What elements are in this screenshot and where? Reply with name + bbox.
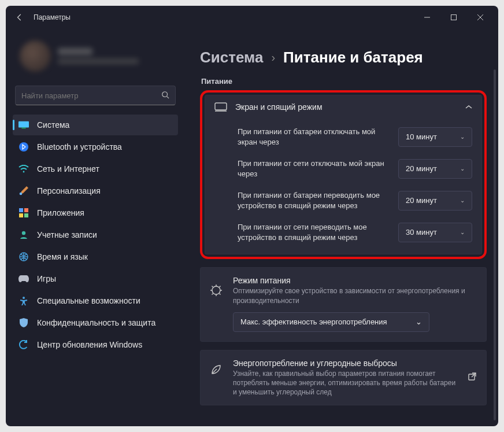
minimize-button[interactable] xyxy=(414,8,440,27)
update-icon xyxy=(18,339,29,350)
setting-label: При питании от батареи переводить мое ус… xyxy=(238,190,389,211)
accessibility-icon xyxy=(18,296,29,306)
breadcrumb-current: Питание и батарея xyxy=(283,49,423,67)
nav-item-system[interactable]: Система xyxy=(13,115,178,135)
nav-label: Персонализация xyxy=(37,186,101,195)
maximize-button[interactable] xyxy=(440,8,467,27)
search-input[interactable] xyxy=(21,91,161,100)
setting-row: При питании от батареи переводить мое ус… xyxy=(238,184,472,216)
close-button[interactable] xyxy=(467,8,494,27)
svg-rect-7 xyxy=(21,128,25,129)
nav-label: Игры xyxy=(37,274,56,283)
open-link-icon[interactable] xyxy=(468,372,477,383)
setting-label: При питании от сети переводить мое устро… xyxy=(238,222,389,242)
nav-item-accessibility[interactable]: Специальные возможности xyxy=(13,290,178,311)
nav-item-network[interactable]: Сеть и Интернет xyxy=(13,158,178,179)
nav-label: Время и язык xyxy=(37,252,88,261)
search-box[interactable] xyxy=(15,86,176,105)
svg-rect-11 xyxy=(19,208,23,212)
nav-label: Специальные возможности xyxy=(37,296,140,305)
setting-row: При питании от сети отключать мой экран … xyxy=(238,153,472,184)
svg-point-15 xyxy=(22,231,25,235)
profile-block[interactable] xyxy=(13,29,178,83)
svg-rect-14 xyxy=(24,213,28,217)
screen-icon xyxy=(214,102,226,112)
select-value: 10 минут xyxy=(406,132,437,141)
svg-point-9 xyxy=(23,171,25,173)
screen-sleep-card: Экран и спящий режим При питании от бата… xyxy=(205,95,482,254)
nav-label: Bluetooth и устройства xyxy=(37,142,122,152)
power-mode-desc: Оптимизируйте свое устройство в зависимо… xyxy=(233,286,477,305)
svg-rect-6 xyxy=(18,121,29,128)
svg-rect-1 xyxy=(451,15,457,20)
brush-icon xyxy=(18,186,29,196)
setting-row: При питании от сети переводить мое устро… xyxy=(238,216,472,248)
chevron-down-icon: ⌄ xyxy=(460,229,465,235)
nav-item-time[interactable]: Время и язык xyxy=(13,246,178,267)
nav-item-update[interactable]: Центр обновления Windows xyxy=(13,334,178,355)
select-value: Макс. эффективность энергопотребления xyxy=(240,317,387,326)
chevron-down-icon: ⌄ xyxy=(460,197,465,204)
chevron-up-icon xyxy=(465,103,472,111)
nav-item-personalization[interactable]: Персонализация xyxy=(13,180,178,201)
chevron-down-icon: ⌄ xyxy=(416,317,422,326)
svg-line-5 xyxy=(167,96,169,98)
globe-clock-icon xyxy=(18,252,29,262)
nav-item-apps[interactable]: Приложения xyxy=(13,202,178,223)
nav-label: Сеть и Интернет xyxy=(37,164,99,173)
svg-point-4 xyxy=(162,91,168,97)
chevron-down-icon: ⌄ xyxy=(460,165,465,172)
avatar xyxy=(20,40,51,72)
select-value: 20 минут xyxy=(406,196,437,205)
breadcrumb-parent[interactable]: Система xyxy=(200,49,263,67)
gamepad-icon xyxy=(18,274,29,284)
titlebar: Параметры xyxy=(6,6,498,29)
select-value: 20 минут xyxy=(406,164,437,173)
svg-rect-18 xyxy=(215,103,227,110)
settings-window: Параметры Система xyxy=(6,6,498,426)
setting-label: При питании от сети отключать мой экран … xyxy=(238,158,389,179)
highlight-annotation: Экран и спящий режим При питании от бата… xyxy=(200,90,487,259)
back-button[interactable] xyxy=(10,8,29,27)
nav-item-accounts[interactable]: Учетные записи xyxy=(13,224,178,245)
svg-point-8 xyxy=(19,142,28,152)
energy-title: Энергопотребление и углеродные выбросы xyxy=(233,359,458,368)
nav-item-games[interactable]: Игры xyxy=(13,268,178,289)
sleep-plugged-select[interactable]: 30 минут ⌄ xyxy=(398,223,472,242)
chevron-down-icon: ⌄ xyxy=(460,134,465,140)
svg-rect-12 xyxy=(24,208,28,212)
nav-list: Система Bluetooth и устройства Сеть и Ин… xyxy=(13,115,178,355)
setting-label: При питании от батареи отключать мой экр… xyxy=(238,127,389,147)
scrollbar[interactable] xyxy=(494,69,496,420)
power-mode-card: Режим питания Оптимизируйте свое устройс… xyxy=(200,267,487,341)
leaf-icon xyxy=(210,363,224,377)
shield-icon xyxy=(18,317,29,328)
svg-rect-13 xyxy=(19,213,23,217)
screen-off-plugged-select[interactable]: 20 минут ⌄ xyxy=(398,159,472,179)
select-value: 30 минут xyxy=(406,228,437,237)
screen-sleep-title: Экран и спящий режим xyxy=(235,102,456,112)
svg-point-10 xyxy=(20,193,23,195)
screen-sleep-header[interactable]: Экран и спящий режим xyxy=(205,95,481,119)
breadcrumb: Система › Питание и батарея xyxy=(200,49,487,67)
wifi-icon xyxy=(18,164,29,174)
system-icon xyxy=(18,120,29,130)
sleep-battery-select[interactable]: 20 минут ⌄ xyxy=(398,191,472,211)
screen-off-battery-select[interactable]: 10 минут ⌄ xyxy=(398,127,472,147)
nav-label: Центр обновления Windows xyxy=(37,340,142,349)
energy-card[interactable]: Энергопотребление и углеродные выбросы У… xyxy=(200,350,487,406)
bluetooth-icon xyxy=(18,142,29,152)
nav-label: Учетные записи xyxy=(37,230,97,239)
apps-icon xyxy=(18,208,29,218)
content: Система › Питание и батарея Питание Экра… xyxy=(185,29,498,426)
power-mode-select[interactable]: Макс. эффективность энергопотребления ⌄ xyxy=(233,312,429,332)
search-icon xyxy=(161,91,169,101)
nav-item-bluetooth[interactable]: Bluetooth и устройства xyxy=(13,136,178,157)
setting-row: При питании от батареи отключать мой экр… xyxy=(238,121,472,153)
power-mode-icon xyxy=(210,284,224,298)
nav-item-privacy[interactable]: Конфиденциальность и защита xyxy=(13,312,178,333)
nav-label: Система xyxy=(37,120,69,130)
app-title: Параметры xyxy=(34,13,71,21)
nav-label: Приложения xyxy=(37,208,84,217)
svg-point-17 xyxy=(23,297,25,299)
